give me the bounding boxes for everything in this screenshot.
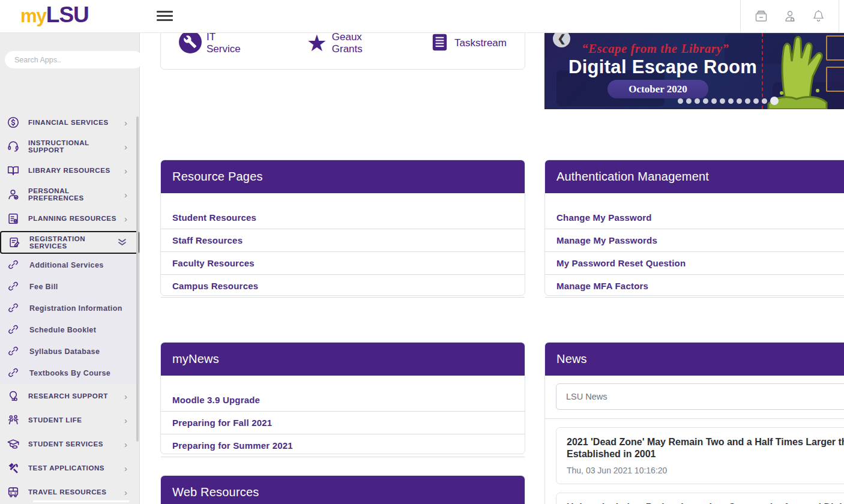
news-item[interactable]: 2021 'Dead Zone' May Remain Two and a Ha… xyxy=(556,427,844,484)
task-list-icon xyxy=(430,32,450,55)
chevron-right-icon: › xyxy=(124,214,127,224)
web-resources-card: Web Resources xyxy=(160,475,525,504)
chevron-right-icon: › xyxy=(124,118,127,128)
quick-link-it-service[interactable]: IT Service xyxy=(179,31,241,56)
sidebar-item-library-resources[interactable]: LIBRARY RESOURCES › xyxy=(0,158,139,182)
carousel-dot[interactable] xyxy=(753,98,759,104)
news-card: News LSU News 2021 'Dead Zone' May Remai… xyxy=(544,342,844,504)
chevron-right-icon: › xyxy=(124,391,127,401)
banner-frame-decor xyxy=(826,67,844,92)
resource-pages-card: Resource Pages Student Resources Staff R… xyxy=(160,160,525,296)
authentication-management-card: Authentication Management Change My Pass… xyxy=(544,160,844,296)
news-item-title: 2021 'Dead Zone' May Remain Two and a Ha… xyxy=(567,436,844,460)
search-input[interactable] xyxy=(5,51,143,68)
mylsu-logo[interactable]: myLSU xyxy=(20,2,89,28)
logo-lsu: LSU xyxy=(46,2,89,27)
news-source-select[interactable]: LSU News xyxy=(556,383,844,410)
bell-icon[interactable] xyxy=(812,9,825,23)
news-item-title: University Lakes Project Launches Commun… xyxy=(567,502,844,504)
link-manage-my-passwords[interactable]: Manage My Passwords xyxy=(545,229,844,252)
news-item-date: Thu, 03 Jun 2021 10:16:20 xyxy=(567,466,844,475)
sidebar-scrollbar[interactable] xyxy=(136,116,139,442)
chevron-double-down-icon xyxy=(118,238,126,248)
sidebar-subitem-registration-information[interactable]: Registration Information xyxy=(0,298,139,319)
carousel-dot[interactable] xyxy=(770,97,779,105)
menu-toggle-button[interactable] xyxy=(157,8,173,22)
link-icon xyxy=(7,323,20,337)
chevron-right-icon: › xyxy=(124,190,127,200)
banner-date-pill[interactable]: October 2020 xyxy=(607,80,708,98)
person-check-icon xyxy=(6,187,20,202)
link-preparing-fall-2021[interactable]: Preparing for Fall 2021 xyxy=(161,412,525,434)
link-password-reset-question[interactable]: My Password Reset Question xyxy=(545,252,844,275)
link-preparing-summer-2021[interactable]: Preparing for Summer 2021 xyxy=(161,434,525,457)
sidebar-divider xyxy=(33,500,129,502)
logo-my: my xyxy=(20,5,46,26)
sidebar-item-personal-preferences[interactable]: PERSONAL PREFERENCES › xyxy=(0,182,139,206)
print-tray-icon[interactable] xyxy=(754,9,768,23)
sidebar-subitem-textbooks-by-course[interactable]: Textbooks By Course xyxy=(0,362,139,384)
sidebar-item-research-support[interactable]: RESEARCH SUPPORT › xyxy=(0,384,139,408)
link-campus-resources[interactable]: Campus Resources xyxy=(161,275,525,298)
sidebar-item-student-services[interactable]: STUDENT SERVICES › xyxy=(0,432,139,456)
link-moodle-upgrade[interactable]: Moodle 3.9 Upgrade xyxy=(161,389,525,412)
sidebar-item-instructional-support[interactable]: INSTRUCTIONAL SUPPORT › xyxy=(0,134,139,158)
mynews-card: myNews Moodle 3.9 Upgrade Preparing for … xyxy=(160,342,525,454)
sidebar-subitem-additional-services[interactable]: Additional Services xyxy=(0,254,139,276)
quick-link-taskstream[interactable]: Taskstream xyxy=(430,32,507,55)
clipboard-icon xyxy=(6,211,20,226)
quick-link-geaux-grants[interactable]: ★ Geaux Grants xyxy=(307,31,367,55)
carousel-dot[interactable] xyxy=(686,98,692,104)
link-change-my-password[interactable]: Change My Password xyxy=(545,206,844,229)
card-title: Web Resources xyxy=(161,476,525,504)
tools-icon xyxy=(6,461,20,475)
carousel-dot[interactable] xyxy=(703,98,708,104)
wrench-circle-icon xyxy=(179,31,202,56)
sidebar-item-financial-services[interactable]: FINANCIAL SERVICES › xyxy=(0,110,139,134)
sidebar-subitem-fee-bill[interactable]: Fee Bill xyxy=(0,276,139,298)
banner-title: Digital Escape Room xyxy=(568,56,757,78)
top-header: myLSU xyxy=(0,0,844,33)
link-student-resources[interactable]: Student Resources xyxy=(161,206,525,229)
link-manage-mfa-factors[interactable]: Manage MFA Factors xyxy=(545,275,844,298)
quick-link-label: Geaux Grants xyxy=(332,31,367,55)
carousel-dot[interactable] xyxy=(762,98,767,104)
link-faculty-resources[interactable]: Faculty Resources xyxy=(161,252,525,275)
carousel-dot[interactable] xyxy=(711,98,717,104)
sidebar-item-test-applications[interactable]: TEST APPLICATIONS › xyxy=(0,456,139,480)
carousel-dot[interactable] xyxy=(695,98,700,104)
carousel-dot[interactable] xyxy=(745,98,750,104)
link-icon xyxy=(7,259,20,272)
link-icon xyxy=(7,280,20,293)
banner-frame-decor xyxy=(826,35,844,61)
lightbulb-icon xyxy=(6,389,20,403)
sidebar-subitem-schedule-booklet[interactable]: Schedule Booklet xyxy=(0,319,139,341)
sidebar-subitem-syllabus-database[interactable]: Syllabus Database xyxy=(0,341,139,362)
card-title: myNews xyxy=(161,343,525,376)
open-book-icon xyxy=(6,163,20,178)
carousel-dot[interactable] xyxy=(678,98,683,104)
quick-link-label: Taskstream xyxy=(454,37,507,49)
chevron-right-icon: › xyxy=(124,415,127,425)
sidebar-item-student-life[interactable]: STUDENT LIFE › xyxy=(0,408,139,432)
sidebar-item-registration-services[interactable]: REGISTRATION SERVICES xyxy=(0,231,139,254)
carousel-dots[interactable] xyxy=(678,97,779,105)
carousel-dot[interactable] xyxy=(720,98,725,104)
card-title: News xyxy=(545,343,844,376)
sidebar-item-planning-resources[interactable]: PLANNING RESOURCES › xyxy=(0,206,139,230)
promo-carousel[interactable]: “Escape from the Library” Digital Escape… xyxy=(544,28,844,109)
chevron-right-icon: › xyxy=(124,166,127,176)
link-icon xyxy=(7,345,20,358)
news-item[interactable]: University Lakes Project Launches Commun… xyxy=(556,493,844,504)
mylsu-portal: IT Service ★ Geaux Grants Taskstream xyxy=(0,0,844,504)
link-icon xyxy=(7,367,20,380)
chevron-right-icon: › xyxy=(124,439,127,449)
people-icon xyxy=(6,413,20,427)
carousel-dot[interactable] xyxy=(728,98,734,104)
carousel-dot[interactable] xyxy=(737,98,742,104)
link-staff-resources[interactable]: Staff Resources xyxy=(161,229,525,252)
registration-services-subgroup: Additional Services Fee Bill Registratio… xyxy=(0,254,139,384)
user-icon[interactable] xyxy=(783,9,797,23)
bus-icon xyxy=(6,485,20,499)
banner-kicker: “Escape from the Library” xyxy=(582,41,729,56)
